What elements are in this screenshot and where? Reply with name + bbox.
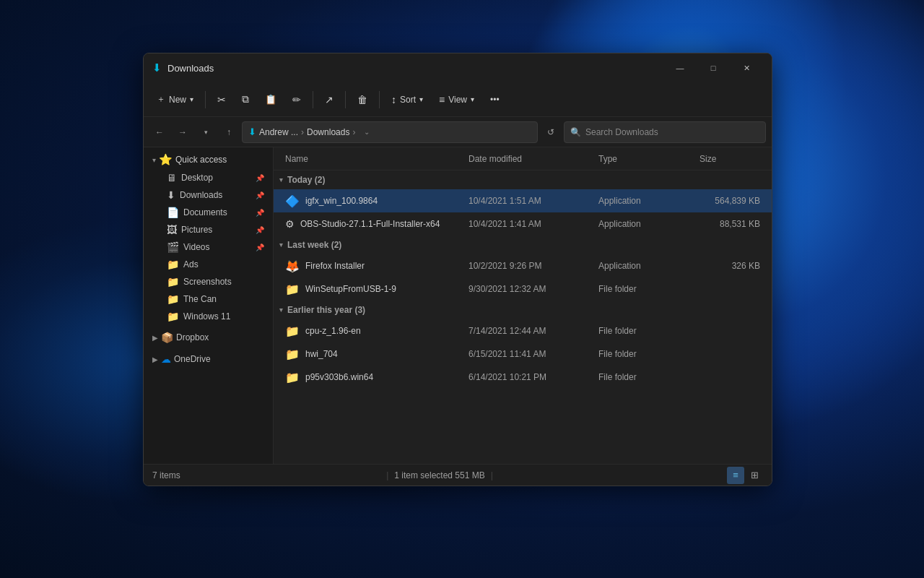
addressbar[interactable]: ⬇ Andrew ... › Downloads › ⌄ <box>242 121 538 143</box>
file-row-p95[interactable]: 📁 p95v303b6.win64 6/14/2021 10:21 PM Fil… <box>274 366 772 389</box>
up-button[interactable]: ↑ <box>219 122 239 142</box>
back-button[interactable]: ← <box>149 122 170 142</box>
group-header-today[interactable]: ▾ Today (2) <box>274 171 772 189</box>
screenshots-folder-icon: 📁 <box>167 276 179 288</box>
window-title: Downloads <box>167 63 214 74</box>
documents-icon: 📄 <box>167 207 179 218</box>
file-igfx-label: igfx_win_100.9864 <box>305 196 378 206</box>
addressbar-row: ← → ▾ ↑ ⬇ Andrew ... › Downloads › ⌄ ↺ 🔍… <box>144 117 772 147</box>
col-header-date[interactable]: Date modified <box>463 154 593 164</box>
sidebar-screenshots-label: Screenshots <box>183 277 232 287</box>
share-button[interactable]: ↗ <box>318 87 341 112</box>
col-header-size[interactable]: Size <box>694 154 766 164</box>
windows11-folder-icon: 📁 <box>167 311 179 322</box>
file-row-firefox[interactable]: 🦊 Firefox Installer 10/2/2021 9:26 PM Ap… <box>274 254 772 277</box>
cut-button[interactable]: ✂ <box>210 87 233 112</box>
dropbox-chevron: ▶ <box>152 334 158 342</box>
file-row-igfx[interactable]: 🔷 igfx_win_100.9864 10/4/2021 1:51 AM Ap… <box>274 189 772 212</box>
minimize-button[interactable]: — <box>663 53 697 82</box>
file-explorer-window: ⬇ Downloads — □ ✕ ＋ New ▾ ✂ ⧉ 📋 ✏ ↗ <box>143 53 772 486</box>
recent-locations-button[interactable]: ▾ <box>196 122 216 142</box>
file-firefox-size: 326 KB <box>694 261 766 271</box>
ads-folder-icon: 📁 <box>167 259 179 270</box>
file-row-hwi[interactable]: 📁 hwi_704 6/15/2021 11:41 AM File folder <box>274 342 772 366</box>
file-winsetup-name: 📁 WinSetupFromUSB-1-9 <box>279 282 463 296</box>
new-button[interactable]: ＋ New ▾ <box>149 87 201 112</box>
file-hwi-icon: 📁 <box>285 348 300 361</box>
new-dropdown-arrow: ▾ <box>190 95 193 103</box>
sidebar-item-desktop[interactable]: 🖥 Desktop 📌 <box>147 169 270 186</box>
status-selected-info: 1 item selected 551 MB <box>394 470 484 480</box>
path-part-1[interactable]: Andrew ... <box>259 127 298 137</box>
file-obs-date: 10/4/2021 1:41 AM <box>463 219 593 229</box>
file-obs-type: Application <box>593 219 694 229</box>
sort-button[interactable]: ↕ Sort ▾ <box>384 87 430 112</box>
rename-icon: ✏ <box>292 94 301 105</box>
forward-button[interactable]: → <box>173 122 193 142</box>
copy-button[interactable]: ⧉ <box>235 87 256 112</box>
list-view-button[interactable]: ≡ <box>727 467 744 484</box>
sidebar-item-documents[interactable]: 📄 Documents 📌 <box>147 204 270 221</box>
onedrive-toggle[interactable]: ▶ ☁ OneDrive <box>147 350 270 368</box>
sidebar-item-windows11[interactable]: 📁 Windows 11 <box>147 308 270 325</box>
path-sep-1: › <box>301 127 304 137</box>
sidebar-ads-label: Ads <box>183 259 199 269</box>
group-header-earlier[interactable]: ▾ Earlier this year (3) <box>274 301 772 319</box>
sidebar-item-ads[interactable]: 📁 Ads <box>147 256 270 273</box>
view-button[interactable]: ≡ View ▾ <box>432 87 481 112</box>
title-bar-left: ⬇ Downloads <box>152 61 663 74</box>
maximize-button[interactable]: □ <box>697 53 730 82</box>
sidebar-item-screenshots[interactable]: 📁 Screenshots <box>147 273 270 290</box>
addressbar-path: Andrew ... › Downloads › <box>259 127 357 137</box>
path-part-2[interactable]: Downloads <box>307 127 349 137</box>
quick-access-star-icon: ⭐ <box>159 153 173 166</box>
refresh-button[interactable]: ↺ <box>541 122 561 142</box>
sidebar-windows11-label: Windows 11 <box>183 311 230 322</box>
status-bar: 7 items | 1 item selected 551 MB | ≡ ⊞ <box>144 464 772 486</box>
close-button[interactable]: ✕ <box>730 53 763 82</box>
file-p95-type: File folder <box>593 372 694 382</box>
sidebar-item-pictures[interactable]: 🖼 Pictures 📌 <box>147 221 270 238</box>
view-icon: ≡ <box>439 94 445 105</box>
the-can-folder-icon: 📁 <box>167 293 179 305</box>
downloads-sidebar-icon: ⬇ <box>167 189 175 201</box>
file-row-obs[interactable]: ⚙ OBS-Studio-27.1.1-Full-Installer-x64 1… <box>274 212 772 236</box>
delete-button[interactable]: 🗑 <box>350 87 375 112</box>
sidebar-the-can-label: The Can <box>183 294 217 304</box>
file-obs-label: OBS-Studio-27.1.1-Full-Installer-x64 <box>300 219 440 229</box>
searchbar[interactable]: 🔍 Search Downloads <box>564 121 766 143</box>
sidebar-section-quick-access: ▾ ⭐ Quick access 🖥 Desktop 📌 ⬇ Downloads… <box>144 150 273 325</box>
dropbox-toggle[interactable]: ▶ 📦 Dropbox <box>147 328 270 347</box>
file-row-cpuz[interactable]: 📁 cpu-z_1.96-en 7/14/2021 12:44 AM File … <box>274 319 772 342</box>
col-header-type[interactable]: Type <box>593 154 694 164</box>
file-igfx-icon: 🔷 <box>285 194 300 208</box>
quick-access-header[interactable]: ▾ ⭐ Quick access <box>147 150 270 169</box>
file-cpuz-type: File folder <box>593 326 694 336</box>
file-igfx-name: 🔷 igfx_win_100.9864 <box>279 194 463 208</box>
sidebar-desktop-label: Desktop <box>181 173 213 183</box>
group-header-lastweek[interactable]: ▾ Last week (2) <box>274 236 772 254</box>
file-firefox-name: 🦊 Firefox Installer <box>279 259 463 273</box>
more-button[interactable]: ••• <box>483 87 507 112</box>
sidebar-item-videos[interactable]: 🎬 Videos 📌 <box>147 238 270 256</box>
sort-label: Sort <box>400 95 416 105</box>
lastweek-group-label: Last week (2) <box>287 240 341 250</box>
documents-pin-icon: 📌 <box>256 209 264 217</box>
file-hwi-label: hwi_704 <box>305 349 338 359</box>
addressbar-dropdown[interactable]: ⌄ <box>359 122 374 142</box>
sort-icon: ↕ <box>391 94 396 105</box>
search-placeholder: Search Downloads <box>585 127 658 137</box>
rename-button[interactable]: ✏ <box>285 87 308 112</box>
sidebar-item-the-can[interactable]: 📁 The Can <box>147 290 270 308</box>
file-firefox-date: 10/2/2021 9:26 PM <box>463 261 593 271</box>
videos-pin-icon: 📌 <box>256 243 264 251</box>
paste-button[interactable]: 📋 <box>258 87 284 112</box>
file-p95-name: 📁 p95v303b6.win64 <box>279 371 463 384</box>
grid-view-button[interactable]: ⊞ <box>746 467 763 484</box>
file-winsetup-date: 9/30/2021 12:32 AM <box>463 284 593 294</box>
file-row-winsetup[interactable]: 📁 WinSetupFromUSB-1-9 9/30/2021 12:32 AM… <box>274 277 772 301</box>
file-winsetup-label: WinSetupFromUSB-1-9 <box>305 284 396 294</box>
window-controls: — □ ✕ <box>663 53 763 82</box>
col-header-name[interactable]: Name <box>279 154 463 164</box>
sidebar-item-downloads[interactable]: ⬇ Downloads 📌 <box>147 186 270 204</box>
